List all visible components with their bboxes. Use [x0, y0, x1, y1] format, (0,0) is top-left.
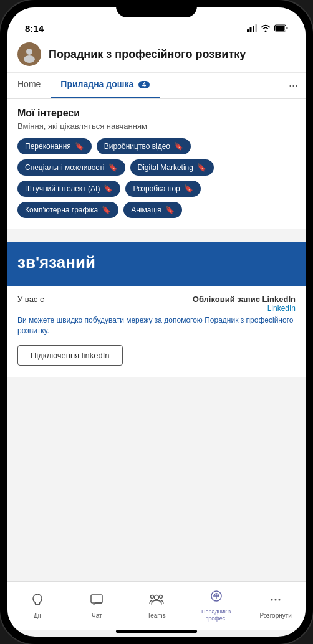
chat-icon [90, 593, 104, 610]
header-title: Порадник з професійного розвитку [49, 48, 246, 61]
tag-graphics[interactable]: Комп'ютерна графіка 🔖 [17, 202, 118, 218]
content-area: Мої інтереси Вміння, які цікавляться нав… [7, 99, 306, 581]
status-icons [247, 24, 288, 34]
tags-container: Переконання 🔖 Виробництво відео 🔖 Спеціа… [17, 138, 296, 218]
bottom-spacer [7, 377, 306, 389]
tag-perekonannia[interactable]: Переконання 🔖 [17, 138, 92, 154]
connected-banner: зв'язаний [7, 242, 306, 286]
bookmark-icon-4: 🔖 [104, 184, 113, 193]
teams-icon [148, 593, 165, 610]
tag-digital-marketing[interactable]: Digital Marketing 🔖 [130, 159, 214, 176]
tab-dashboard[interactable]: Приладна дошка 4 [51, 73, 160, 98]
bookmark-icon-1: 🔖 [174, 142, 183, 151]
svg-point-10 [159, 595, 162, 598]
bookmark-icon-5: 🔖 [184, 184, 193, 193]
svg-rect-2 [253, 26, 254, 32]
tab-more[interactable]: ··· [281, 73, 306, 98]
tab-home[interactable]: Home [7, 73, 51, 98]
advisor-icon [209, 589, 223, 607]
bookmark-icon-7: 🔖 [165, 206, 175, 214]
tag-video[interactable]: Виробництво відео 🔖 [97, 138, 191, 154]
notch [116, 0, 197, 17]
interests-title: Мої інтереси [17, 108, 296, 119]
nav-item-teams[interactable]: Teams [127, 582, 186, 630]
nav-item-advisor[interactable]: Порадник зпрофес. [186, 582, 246, 630]
nav-item-more[interactable]: Розгорнути [246, 582, 306, 630]
bookmark-icon-0: 🔖 [75, 142, 84, 151]
svg-point-9 [154, 595, 158, 599]
connected-title: зв'язаний [17, 253, 296, 272]
phone-frame: 8:14 [0, 0, 313, 644]
wifi-icon [261, 24, 271, 34]
tag-ai[interactable]: Штучний інтелект (AI) 🔖 [17, 181, 120, 197]
app-header: Порадник з професійного розвитку [7, 37, 306, 73]
nav-label-teams: Teams [147, 612, 165, 619]
avatar[interactable] [17, 42, 41, 66]
svg-point-7 [24, 55, 35, 63]
svg-point-15 [279, 599, 281, 600]
more-icon [269, 593, 282, 610]
nav-item-chat[interactable]: Чат [67, 582, 127, 630]
svg-rect-8 [91, 595, 102, 603]
bookmark-icon-3: 🔖 [197, 163, 206, 172]
svg-rect-0 [247, 29, 249, 32]
linkedin-sub-label: LinkedIn [193, 304, 296, 313]
connected-section: зв'язаний У вас є Обліковий запис Linked… [7, 242, 306, 377]
status-time: 8:14 [25, 23, 44, 34]
nav-item-activity[interactable]: Дії [7, 582, 67, 630]
tab-badge: 4 [138, 81, 150, 88]
nav-tabs: Home Приладна дошка 4 ··· [7, 73, 306, 99]
bookmark-icon-2: 🔖 [108, 163, 118, 172]
tag-special[interactable]: Спеціальні можливості 🔖 [17, 159, 125, 176]
svg-rect-1 [250, 27, 252, 32]
svg-rect-5 [276, 26, 285, 31]
svg-point-13 [271, 599, 273, 600]
svg-point-11 [150, 595, 153, 598]
signal-icon [247, 24, 257, 34]
connect-linkedin-button[interactable]: Підключення linkedIn [17, 345, 123, 366]
svg-rect-3 [256, 24, 258, 32]
svg-point-14 [275, 599, 277, 600]
interests-card: Мої інтереси Вміння, які цікавляться нав… [7, 99, 306, 229]
battery-icon [274, 24, 288, 34]
phone-screen: 8:14 [7, 7, 306, 637]
nav-label-more: Розгорнути [259, 612, 292, 619]
home-bar [116, 630, 197, 633]
linkedin-right-label: Обліковий запис LinkedIn [193, 295, 296, 304]
nav-label-activity: Дії [34, 612, 41, 619]
linkedin-row: У вас є Обліковий запис LinkedIn LinkedI… [17, 295, 296, 313]
spacer [7, 229, 306, 235]
nav-label-advisor: Порадник зпрофес. [201, 608, 231, 622]
activity-icon [31, 593, 44, 610]
bottom-nav: Дії Чат [7, 581, 306, 630]
linkedin-description: Ви можете швидко побудувати мережу за до… [17, 315, 296, 336]
linkedin-left-label: У вас є [17, 295, 44, 304]
nav-label-chat: Чат [92, 612, 102, 619]
svg-point-6 [26, 49, 32, 55]
connected-content: У вас є Обліковий запис LinkedIn LinkedI… [7, 286, 306, 377]
tag-games[interactable]: Розробка ігор 🔖 [125, 181, 200, 197]
interests-subtitle: Вміння, які цікавляться навчанням [17, 121, 296, 131]
bookmark-icon-6: 🔖 [102, 206, 111, 214]
tag-animation[interactable]: Анімація 🔖 [123, 202, 181, 218]
